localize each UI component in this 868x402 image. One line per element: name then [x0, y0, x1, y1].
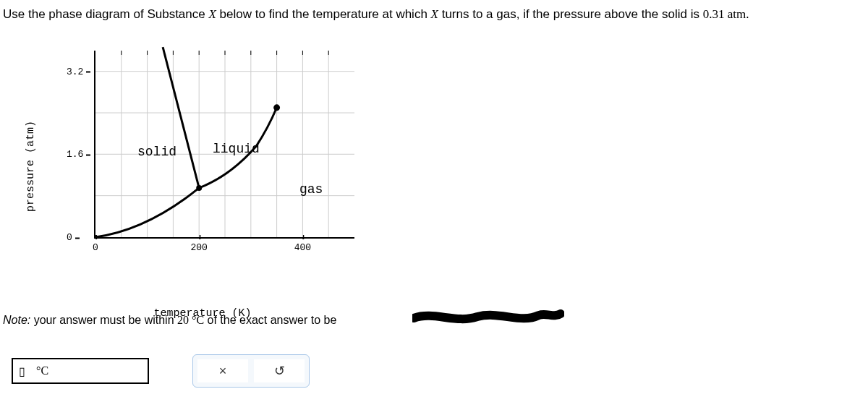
answer-input[interactable]: [19, 364, 36, 377]
region-gas: gas: [299, 182, 323, 197]
ytick-0: 0: [67, 232, 72, 243]
q-value: 0.31: [703, 7, 725, 21]
triple-point: [196, 185, 202, 191]
answer-unit: °C: [36, 364, 48, 377]
xtick-2: 400: [294, 242, 311, 253]
phase-diagram: pressure (atm) 0 1.6 3.2 0 200 400: [43, 43, 362, 289]
x-icon: ×: [219, 364, 227, 379]
question-text: Use the phase diagram of Substance X bel…: [0, 0, 868, 29]
region-solid: solid: [137, 145, 176, 159]
redaction-scribble: [412, 309, 564, 325]
q-mid2: turns to a gas, if the pressure above th…: [438, 7, 703, 21]
y-axis-label: pressure (atm): [25, 121, 37, 212]
clear-button[interactable]: ×: [197, 359, 248, 382]
q-var2: X: [431, 7, 438, 21]
xtick-1: 200: [190, 242, 207, 253]
q-unit: atm.: [724, 7, 749, 21]
button-group: × ↺: [192, 354, 310, 388]
undo-icon: ↺: [274, 363, 285, 379]
ytick-1: 1.6: [67, 149, 83, 160]
note-label: Note:: [3, 314, 30, 326]
note-before: your answer must be within: [30, 314, 177, 326]
solid-liquid-curve: [163, 47, 199, 188]
note-tol: 20: [177, 314, 189, 326]
xtick-0: 0: [93, 242, 98, 253]
region-liquid: liquid: [213, 142, 260, 156]
q-var1: X: [208, 7, 216, 21]
ytick-2: 3.2: [67, 66, 83, 77]
note-tol-unit: °C: [189, 314, 204, 326]
reset-button[interactable]: ↺: [254, 359, 305, 382]
q-mid1: below to find the temperature at which: [216, 7, 431, 21]
answer-box: °C: [12, 358, 149, 384]
q-prefix: Use the phase diagram of Substance: [3, 7, 208, 21]
critical-point: [273, 104, 280, 111]
note-after: of the exact answer to be: [204, 314, 336, 326]
plot-area: 0 1.6 3.2 0 200 400: [94, 51, 354, 239]
answer-row: °C × ↺: [12, 354, 310, 388]
note-text: Note: your answer must be within 20 °C o…: [3, 314, 336, 327]
